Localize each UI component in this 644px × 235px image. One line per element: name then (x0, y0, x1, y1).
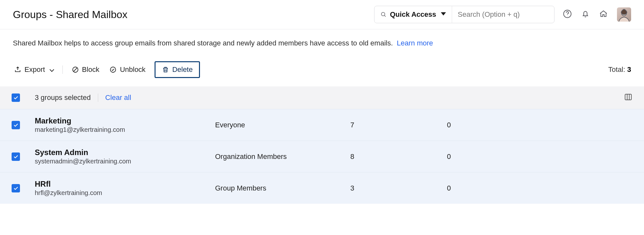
svg-point-3 (567, 16, 567, 16)
delete-button[interactable]: Delete (155, 61, 200, 78)
group-count-b: 0 (447, 152, 531, 161)
quick-access-label: Quick Access (390, 10, 436, 19)
clear-all-link[interactable]: Clear all (105, 93, 131, 102)
group-scope: Organization Members (215, 152, 350, 161)
separator (62, 65, 63, 74)
svg-rect-10 (625, 94, 631, 100)
avatar[interactable] (617, 7, 631, 22)
group-email: marketing1@zylkertraining.com (35, 126, 215, 133)
quick-access-dropdown[interactable]: Quick Access (374, 6, 452, 23)
help-icon[interactable] (563, 9, 572, 20)
total-count: Total: 3 (608, 65, 631, 74)
check-icon (13, 122, 19, 128)
group-name: Marketing (35, 116, 215, 125)
export-button[interactable]: Export (13, 64, 55, 76)
learn-more-link[interactable]: Learn more (397, 39, 433, 47)
group-name-cell: Marketing marketing1@zylkertraining.com (35, 116, 215, 133)
table-row[interactable]: HRfl hrfl@zylkertraining.com Group Membe… (0, 172, 644, 204)
svg-line-6 (73, 68, 77, 72)
selection-text: 3 groups selected (35, 93, 91, 102)
select-all-checkbox[interactable] (12, 93, 20, 102)
chevron-down-icon (50, 67, 54, 72)
export-label: Export (24, 65, 45, 74)
page-description: Shared Mailbox helps to access group ema… (13, 38, 631, 48)
block-button[interactable]: Block (71, 64, 101, 76)
caret-down-icon (441, 12, 446, 17)
group-name-cell: System Admin systemadmin@zylkertraining.… (35, 148, 215, 165)
group-count-b: 0 (447, 184, 531, 192)
group-scope: Everyone (215, 121, 350, 129)
unblock-button[interactable]: Unblock (108, 64, 147, 76)
header-bar: Groups - Shared Mailbox Quick Access (0, 0, 644, 29)
table-row[interactable]: Marketing marketing1@zylkertraining.com … (0, 109, 644, 141)
group-count-a: 8 (350, 152, 447, 161)
row-checkbox[interactable] (12, 152, 20, 161)
unblock-label: Unblock (120, 65, 145, 74)
trash-icon (162, 66, 169, 73)
block-icon (72, 66, 79, 73)
table-row[interactable]: System Admin systemadmin@zylkertraining.… (0, 141, 644, 172)
page-title: Groups - Shared Mailbox (13, 9, 128, 21)
header-icons (563, 7, 631, 22)
search-box: Quick Access (374, 6, 554, 23)
check-icon (13, 95, 19, 101)
block-label: Block (82, 65, 99, 74)
svg-point-7 (110, 67, 116, 73)
group-count-a: 7 (350, 121, 447, 129)
group-count-a: 3 (350, 184, 447, 192)
group-name: HRfl (35, 180, 215, 189)
delete-label: Delete (172, 65, 193, 74)
table: 3 groups selected Clear all Marketing ma… (0, 86, 644, 204)
total-value: 3 (627, 65, 631, 73)
group-count-b: 0 (447, 121, 531, 129)
group-email: systemadmin@zylkertraining.com (35, 158, 215, 165)
unblock-icon (109, 66, 117, 73)
check-icon (13, 185, 19, 191)
columns-icon (624, 93, 632, 101)
bell-icon[interactable] (581, 9, 590, 20)
row-checkbox[interactable] (12, 184, 20, 192)
search-icon (380, 11, 387, 18)
toolbar: Export Block Unblock Delete Total: 3 (13, 61, 631, 78)
group-name-cell: HRfl hrfl@zylkertraining.com (35, 180, 215, 197)
check-icon (13, 154, 19, 160)
group-email: hrfl@zylkertraining.com (35, 189, 215, 197)
home-icon[interactable] (599, 9, 608, 20)
selection-row: 3 groups selected Clear all (0, 86, 644, 109)
total-label: Total: (608, 65, 625, 73)
group-name: System Admin (35, 148, 215, 157)
separator (98, 93, 98, 102)
page-description-text: Shared Mailbox helps to access group ema… (13, 39, 393, 47)
export-icon (14, 66, 21, 73)
row-checkbox[interactable] (12, 121, 20, 129)
svg-line-1 (384, 15, 386, 17)
group-scope: Group Members (215, 184, 350, 192)
column-settings-button[interactable] (624, 93, 632, 103)
search-input[interactable] (452, 6, 554, 23)
